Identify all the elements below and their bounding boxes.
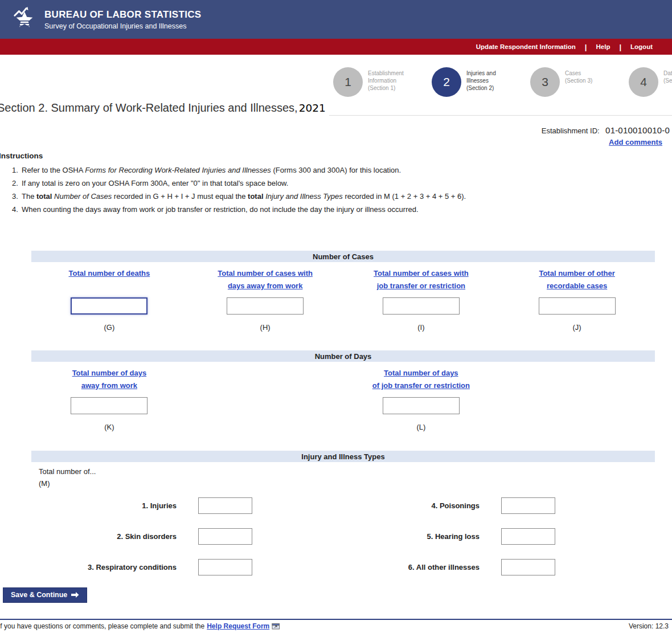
instruction-text: Refer to the OSHA Forms for Recording Wo… [22,165,401,175]
step-2-circle: 2 [432,67,461,97]
establishment-id-value: 01-010010010-0 [605,125,670,135]
respiratory-conditions-input[interactable] [198,559,252,575]
help-request-form-link[interactable]: Help Request Form [207,622,269,630]
nav-separator: | [585,43,587,51]
step-label-line: Illnesses [466,77,511,84]
column-letter-H: (H) [260,323,271,332]
progress-steps: 1 Establishment Information (Section 1) … [333,67,672,97]
other-recordable-input[interactable] [539,297,616,315]
cases-days-away-link[interactable]: Total number of cases with [218,269,313,277]
page-footer: If you have questions or comments, pleas… [0,622,672,630]
days-away-input[interactable] [71,397,147,414]
column-letter-L: (L) [416,423,425,431]
other-recordable-link[interactable]: Total number of other [539,269,614,277]
hearing-loss-input[interactable] [501,528,555,545]
column-letter-M: (M) [39,477,655,489]
arrow-right-icon [71,591,79,598]
instruction-item: 3. The total Number of Cases recorded in… [0,191,672,201]
title-divider [329,115,672,116]
instruction-text: When counting the days away from work or… [22,205,419,214]
step-label-line: Cases [565,70,609,77]
types-intro-text: Total number of... [39,466,655,477]
all-other-illnesses-label: 6. All other illnesses [334,563,480,571]
skin-disorders-label: 2. Skin disorders [31,532,177,541]
injury-illness-types-section: Injury and Illness Types Total number of… [31,451,655,590]
cases-job-transfer-input[interactable] [383,297,460,315]
other-recordable-link[interactable]: recordable cases [547,281,607,290]
number-of-cases-section: Number of Cases Total number of deaths (… [31,251,655,332]
injuries-label: 1. Injuries [31,501,177,510]
type-row-hearing-loss: 5. Hearing loss [334,528,655,545]
number-of-days-section: Number of Days Total number of days away… [31,350,655,431]
app-subtitle: Survey of Occupational Injuries and Illn… [44,22,201,30]
total-deaths-link[interactable]: Total number of deaths [68,269,150,277]
column-letter-I: (I) [417,323,424,332]
step-cases[interactable]: 3 Cases (Section 3) [530,67,609,97]
update-respondent-link[interactable]: Update Respondent Information [476,43,576,50]
add-comments-link[interactable]: Add comments [609,138,662,146]
step-data-review[interactable]: 4 Data Review (Section 4) [629,67,672,97]
top-nav-bar: Update Respondent Information | Help | L… [0,39,672,55]
step-injuries-illnesses[interactable]: 2 Injuries and Illnesses (Section 2) [432,67,511,97]
bls-logo-icon [11,6,38,32]
step-label-line: Establishment [368,70,412,77]
cases-column-deaths: Total number of deaths (G) [31,262,187,332]
days-away-link[interactable]: Total number of days [72,369,147,377]
total-deaths-input[interactable] [71,297,147,315]
all-other-illnesses-input[interactable] [501,559,555,575]
app-title: BUREAU OF LABOR STATISTICS [44,9,201,21]
column-letter-K: (K) [104,423,114,431]
step-establishment-information[interactable]: 1 Establishment Information (Section 1) [333,67,412,97]
cases-column-job-transfer: Total number of cases with job transfer … [343,262,499,332]
days-spacer-column [187,362,343,431]
cases-job-transfer-link[interactable]: job transfer or restriction [377,281,465,290]
establishment-id-label: Establishment ID: [542,126,600,135]
logout-link[interactable]: Logout [630,43,653,50]
step-label-line: (Section 1) [368,84,412,92]
footer-divider [0,619,672,620]
column-letter-J: (J) [573,323,581,332]
step-label-line: Information [368,77,412,84]
days-job-transfer-input[interactable] [383,397,460,414]
instruction-number: 3. [12,191,22,201]
step-1-circle: 1 [333,67,363,97]
type-row-respiratory: 3. Respiratory conditions [31,559,334,575]
save-continue-button[interactable]: Save & Continue [3,587,87,603]
help-link[interactable]: Help [596,43,610,50]
instruction-text: The total Number of Cases recorded in G … [22,191,466,201]
skin-disorders-input[interactable] [198,528,252,545]
cases-job-transfer-link[interactable]: Total number of cases with [374,269,469,277]
footer-help-text: If you have questions or comments, pleas… [0,622,204,630]
step-label-line: (Section 4) [663,77,672,84]
instruction-item: 4. When counting the days away from work… [0,205,672,214]
respiratory-conditions-label: 3. Respiratory conditions [31,563,177,571]
nav-separator: | [619,43,621,51]
injury-illness-types-band: Injury and Illness Types [31,451,655,462]
version-label: Version: 12.3 [629,622,669,630]
days-away-link[interactable]: away from work [81,381,137,390]
injuries-input[interactable] [198,497,252,514]
type-row-injuries: 1. Injuries [31,497,334,514]
days-job-transfer-link[interactable]: of job transfer or restriction [372,381,470,390]
types-left-column: 1. Injuries 2. Skin disorders 3. Respira… [31,497,334,590]
days-job-transfer-link[interactable]: Total number of days [384,369,458,377]
instruction-number: 4. [12,205,22,214]
hearing-loss-label: 5. Hearing loss [334,532,480,541]
number-of-cases-band: Number of Cases [31,251,655,262]
instruction-number: 1. [12,165,22,175]
cases-days-away-link[interactable]: days away from work [228,281,303,290]
days-column-away: Total number of days away from work (K) [31,362,187,431]
step-3-circle: 3 [530,67,560,97]
cases-column-other-recordable: Total number of other recordable cases (… [499,262,655,332]
type-row-poisonings: 4. Poisonings [334,497,655,514]
instructions-block: Instructions 1. Refer to the OSHA Forms … [0,152,672,218]
poisonings-input[interactable] [501,497,555,514]
type-row-all-other: 6. All other illnesses [334,559,655,575]
instruction-item: 1. Refer to the OSHA Forms for Recording… [0,165,672,175]
instruction-item: 2. If any total is zero on your OSHA For… [0,178,672,188]
number-of-days-band: Number of Days [31,350,655,362]
days-spacer-column [499,362,655,431]
survey-year: 2021 [299,102,326,114]
instruction-number: 2. [12,178,22,188]
cases-days-away-input[interactable] [227,297,304,315]
